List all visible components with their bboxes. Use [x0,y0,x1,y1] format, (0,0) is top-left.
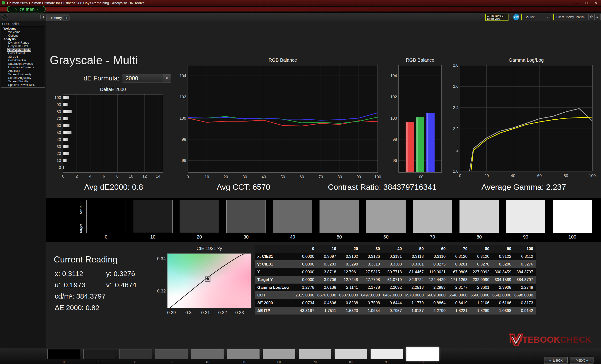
sidebar-item-additivity[interactable]: Additivity [1,69,45,73]
meter-count-badge: 239 [513,14,519,20]
settings-gear-button[interactable]: ⚙ [588,14,594,20]
pattern-level-label-70: 70 [299,360,331,364]
table-row: x: CIE310.00000.30970.31020.31260.31310.… [255,253,536,260]
panel-toggle-button[interactable]: ≡ [594,14,601,20]
svg-text:RGB Balance: RGB Balance [406,57,434,63]
sidebar-collapse-button[interactable]: ◀ [40,15,45,19]
grayscale-swatch-30 [226,200,266,233]
sidebar-item-welcome[interactable]: Welcome [1,30,45,34]
display-control-dropdown[interactable]: Direct Display Control ▾ [553,14,587,20]
table-cell: 6676.0000 [317,291,339,299]
sidebar-item-grayscale-2pt[interactable]: Grayscale - 2pt [1,45,45,48]
measurement-table: 0102030405060708090100x: CIE310.00000.30… [255,245,536,315]
help-round-button[interactable]: ✳ [2,14,8,20]
sidebar-item-dynamic-range[interactable]: Dynamic Range [1,41,45,45]
table-col-header: 50 [405,245,427,253]
back-button[interactable]: « Back [544,357,568,364]
reading-u: u': 0.1973 [55,281,85,289]
pattern-level-button-0[interactable] [47,349,80,359]
avg-gamma-stat: Average Gamma: 2.237 [474,182,573,192]
pattern-level-button-20[interactable] [119,349,152,359]
pattern-level-button-40[interactable] [191,349,224,359]
sidebar-item-grayscale-multi[interactable]: Grayscale - Multi [1,48,45,52]
sidebar-item-screen-uniformity[interactable]: Screen Uniformity [1,73,45,76]
tree-group-analysis[interactable]: Analysis [1,38,45,41]
table-cell: 171.1263 [448,276,470,284]
svg-text:100: 100 [180,116,186,121]
svg-text:30: 30 [57,144,61,149]
meter-status-box[interactable]: X-Rite i1Pro 2 Direct View [485,14,509,21]
sidebar-item-3d-lut[interactable]: 3D LUT [1,55,45,59]
pattern-level-label-30: 30 [155,360,188,364]
table-cell: 0.3131 [383,253,404,260]
tree-group-welcome[interactable]: Welcome [1,27,45,30]
table-cell: 0.0000 [295,260,317,268]
grayscale-swatch-60 [366,200,406,233]
calman-logo-text: calman [20,7,35,11]
calman-logo-menu[interactable]: ✳ calman ▾ [7,6,46,12]
table-cell: 227.0092 [470,268,492,276]
sidebar-item-saturation-sweeps[interactable]: Saturation Sweeps [1,62,45,66]
pattern-level-button-90[interactable] [371,349,403,359]
meter-line1: X-Rite i1Pro 2 [487,14,508,17]
add-tab-button[interactable]: + [64,15,70,20]
pattern-level-button-100[interactable] [406,347,439,361]
sidebar-item-luminance-sweeps[interactable]: Luminance Sweeps [1,66,45,69]
table-cell: 0.0000 [295,253,317,260]
table-cell: 1.1779 [405,299,427,307]
grayscale-swatch-label-30: 30 [226,234,266,240]
svg-text:0.33: 0.33 [235,310,244,315]
table-cell: 1.2106 [470,299,492,307]
table-cell: 0.6166 [492,299,514,307]
pattern-level-button-10[interactable] [83,349,116,359]
sidebar-item-screen-stability[interactable]: Screen Stability [1,80,45,83]
de-formula-dropdown[interactable]: 2000 ▼ [122,74,171,83]
svg-text:14: 14 [156,174,160,179]
table-cell: 1.0398 [492,307,514,315]
table-cell: 1.7511 [317,307,339,315]
table-cell: 0.3097 [317,253,339,260]
table-cell: 6548.0000 [448,291,470,299]
table-row-label: ΔE 2000 [255,299,295,307]
svg-text:0.32: 0.32 [157,288,166,293]
svg-text:2.2: 2.2 [453,127,459,131]
grayscale-swatch-0 [86,200,126,233]
next-button[interactable]: Next » [570,357,593,364]
svg-text:10: 10 [57,158,61,163]
sidebar-item-spectral-power-dist-[interactable]: Spectral Power Dist. [1,83,45,87]
sidebar-item-options[interactable]: Options [1,34,45,38]
table-row: ΔE 20000.07340.46060.82380.75080.64441.1… [255,299,536,307]
title-bar: Calman 2025 Calman Ultimate for Business… [0,0,601,6]
svg-text:104: 104 [391,74,397,78]
table-cell: 51.0719 [383,276,404,284]
pattern-level-button-80[interactable] [335,349,367,359]
sidebar-item-colorchecker[interactable]: ColorChecker [1,59,45,62]
table-cell: 2315.0000 [295,291,317,299]
svg-text:10: 10 [204,175,209,179]
svg-text:RGB Balance: RGB Balance [269,57,297,63]
sidebar-item-color-gamut[interactable]: Color Gamut [1,52,45,55]
pattern-level-button-30[interactable] [155,349,188,359]
table-cell: 2.2790 [427,307,448,315]
sidebar-item-screen-angularity[interactable]: Screen Angularity [1,76,45,80]
svg-text:0.32: 0.32 [218,310,227,315]
cie-1931-chart: 0.340.320.290.30.310.320.33CIE 1931 xy [155,246,258,316]
pattern-level-button-50[interactable] [227,349,260,359]
deltae-bar-chart: 024681012140102030405060708090100DeltaE … [50,87,167,179]
close-button[interactable]: ✕ [594,1,597,5]
table-cell: 81.4467 [405,268,427,276]
table-cell: 384.3797 [514,268,536,276]
pattern-level-label-0: 0 [47,360,80,364]
source-dropdown[interactable]: Source ▾ [521,14,550,20]
svg-text:60: 60 [537,173,541,178]
maximize-button[interactable]: □ [585,1,587,5]
svg-text:80: 80 [57,110,61,114]
table-cell: 0.8864 [427,299,448,307]
svg-text:2.8: 2.8 [453,63,459,67]
table-row-label: x: CIE31 [255,253,295,260]
pattern-level-button-70[interactable] [299,349,331,359]
table-row: ΔE ITP43.31871.75111.53231.06540.79571.8… [255,307,536,315]
table-cell: 0.3301 [405,260,427,268]
minimize-button[interactable]: — [575,1,579,5]
pattern-level-button-60[interactable] [263,349,295,359]
